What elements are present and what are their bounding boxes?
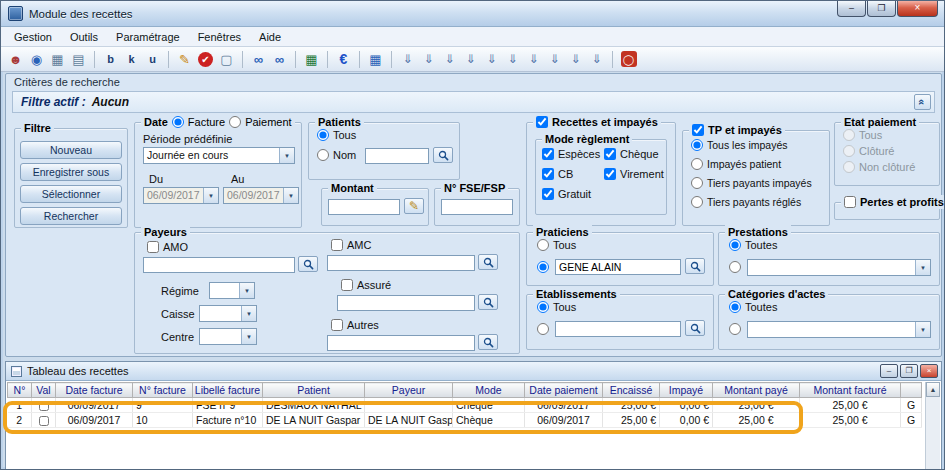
col-montant-paye[interactable]: Montant payé (713, 383, 800, 398)
montant-input[interactable] (328, 199, 400, 215)
document-icon[interactable]: ▢ (217, 50, 236, 69)
etablissements-tous-radio[interactable] (537, 301, 549, 313)
chevron-down-icon[interactable]: ▼ (283, 188, 298, 203)
table-icon[interactable]: ▦ (366, 50, 385, 69)
binoculars-search-2-icon[interactable]: ∞ (270, 50, 289, 69)
col-montant-facture[interactable]: Montant facturé (800, 383, 901, 398)
regime-combo[interactable]: ▼ (209, 282, 255, 299)
col-payeur[interactable]: Payeur (365, 383, 453, 398)
download-arrow-5-icon[interactable]: ⇓ (482, 50, 501, 69)
chevron-down-icon[interactable]: ▼ (239, 283, 254, 298)
autres-checkbox[interactable] (331, 319, 343, 331)
col-mode[interactable]: Mode (453, 383, 525, 398)
row-val-checkbox[interactable] (39, 416, 49, 426)
menu-parametrage[interactable]: Paramétrage (107, 29, 189, 45)
praticien-lookup-button[interactable] (685, 258, 705, 274)
pertes-profits-checkbox[interactable] (844, 196, 856, 208)
scroll-up-button[interactable]: ▲ (926, 382, 940, 397)
categories-combo[interactable]: ▼ (747, 321, 931, 338)
col-date-facture[interactable]: Date facture (56, 383, 133, 398)
amc-input[interactable] (327, 255, 475, 271)
tp-checkbox[interactable] (692, 124, 704, 136)
tp-impayes-patient-radio[interactable] (691, 158, 703, 170)
col-libelle[interactable]: Libellé facture (193, 383, 263, 398)
journal-icon[interactable]: ▤ (69, 50, 88, 69)
patients-icon[interactable]: ☻ (6, 50, 25, 69)
recettes-checkbox[interactable] (536, 116, 548, 128)
periode-combo[interactable]: Journée en cours ▼ (143, 147, 295, 164)
col-encaisse[interactable]: Encaissé (603, 383, 660, 398)
download-arrow-1-icon[interactable]: ⇓ (398, 50, 417, 69)
spreadsheet-icon[interactable]: ▦ (302, 50, 321, 69)
col-num[interactable]: N° (8, 383, 32, 398)
praticien-input[interactable] (555, 259, 681, 275)
categories-toutes-radio[interactable] (729, 301, 741, 313)
tableau-minimize-button[interactable]: – (880, 364, 898, 378)
prestations-combo[interactable]: ▼ (747, 259, 931, 276)
assure-checkbox[interactable] (341, 279, 353, 291)
praticiens-select-radio[interactable] (537, 261, 549, 273)
menu-outils[interactable]: Outils (61, 29, 107, 45)
download-arrow-4-icon[interactable]: ⇓ (461, 50, 480, 69)
patient-lookup-button[interactable] (433, 147, 453, 163)
patients-nom-radio[interactable] (317, 149, 329, 161)
prestations-select-radio[interactable] (729, 261, 741, 273)
col-num-facture[interactable]: N° facture (133, 383, 193, 398)
validate-icon[interactable]: ✔ (198, 52, 213, 67)
caisse-combo[interactable]: ▼ (199, 305, 257, 322)
tp-tous-impayes-radio[interactable] (691, 139, 703, 151)
especes-checkbox[interactable] (542, 148, 554, 160)
date-du-combo[interactable]: 06/09/2017 ▼ (143, 187, 219, 204)
assure-lookup-button[interactable] (478, 294, 498, 310)
cb-checkbox[interactable] (542, 168, 554, 180)
collapse-panel-button[interactable]: « (914, 94, 931, 110)
download-arrow-7-icon[interactable]: ⇓ (524, 50, 543, 69)
col-type[interactable] (901, 383, 922, 398)
col-date-paiement[interactable]: Date paiement (525, 383, 603, 398)
chevron-down-icon[interactable]: ▼ (241, 329, 256, 344)
gratuit-checkbox[interactable] (542, 188, 554, 200)
table-row[interactable]: 1 06/09/2017 9 FSE n°9 DESMAUX NATHAL Ch… (8, 398, 922, 413)
virement-checkbox[interactable] (604, 168, 616, 180)
amo-lookup-button[interactable] (298, 256, 318, 272)
euro-icon[interactable]: € (334, 50, 353, 69)
chevron-down-icon[interactable]: ▼ (203, 188, 218, 203)
etat-tous-radio[interactable] (843, 129, 855, 141)
amc-checkbox[interactable] (331, 239, 343, 251)
centre-combo[interactable]: ▼ (199, 328, 257, 345)
praticiens-tous-radio[interactable] (537, 239, 549, 251)
etablissement-input[interactable] (555, 321, 681, 337)
date-au-combo[interactable]: 06/09/2017 ▼ (223, 187, 299, 204)
categories-select-radio[interactable] (729, 323, 741, 335)
etat-cloture-radio[interactable] (843, 145, 855, 157)
letter-b-icon[interactable]: b (101, 50, 120, 69)
chevron-down-icon[interactable]: ▼ (279, 148, 294, 163)
col-impaye[interactable]: Impayé (660, 383, 713, 398)
row-val-checkbox[interactable] (39, 401, 49, 411)
maximize-button[interactable]: ❐ (867, 1, 896, 17)
calculator-icon[interactable]: ▦ (48, 50, 67, 69)
download-arrow-3-icon[interactable]: ⇓ (440, 50, 459, 69)
download-arrow-9-icon[interactable]: ⇓ (566, 50, 585, 69)
globe-icon[interactable]: ◉ (27, 50, 46, 69)
minimize-button[interactable]: – (837, 1, 866, 17)
tableau-close-button[interactable]: × (920, 364, 938, 378)
tp-tiers-impayes-radio[interactable] (691, 177, 703, 189)
patients-tous-radio[interactable] (317, 129, 329, 141)
autres-lookup-button[interactable] (478, 334, 498, 350)
etablissement-lookup-button[interactable] (685, 320, 705, 336)
table-scrollbar[interactable]: ▲ (925, 382, 940, 469)
selectionner-button[interactable]: Sélectionner (20, 185, 122, 203)
download-arrow-6-icon[interactable]: ⇓ (503, 50, 522, 69)
cheque-checkbox[interactable] (604, 148, 616, 160)
chevron-down-icon[interactable]: ▼ (915, 260, 930, 275)
amo-input[interactable] (143, 257, 295, 273)
download-arrow-8-icon[interactable]: ⇓ (545, 50, 564, 69)
fse-input[interactable] (441, 199, 513, 215)
patient-nom-input[interactable] (365, 148, 429, 164)
etat-non-cloture-radio[interactable] (843, 161, 855, 173)
menu-fenetres[interactable]: Fenêtres (189, 29, 250, 45)
amc-lookup-button[interactable] (478, 254, 498, 270)
assure-input[interactable] (337, 295, 475, 311)
date-facture-radio[interactable] (172, 116, 184, 128)
